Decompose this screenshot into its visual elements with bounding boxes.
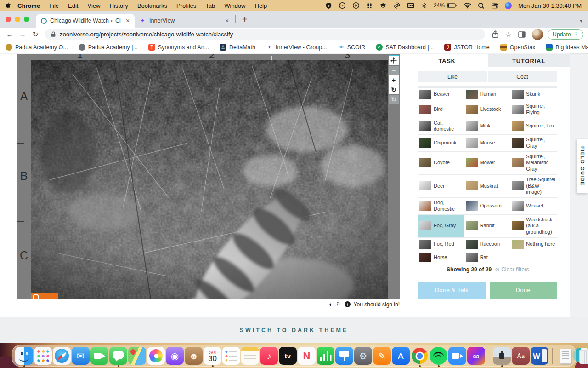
- dock-adobe-cc[interactable]: ∞: [467, 347, 485, 365]
- choice-cat-domestic[interactable]: Cat, domestic: [418, 118, 464, 135]
- choice-weasel[interactable]: Weasel: [510, 198, 557, 215]
- menu-file[interactable]: File: [45, 2, 63, 9]
- choice-rabbit[interactable]: Rabbit: [464, 215, 511, 238]
- bookmark-synonyms-and-an[interactable]: TSynonyms and An...: [148, 44, 209, 51]
- done-button[interactable]: Done: [490, 282, 557, 299]
- choice-squirrel-flying[interactable]: Squirrel, Flying: [510, 101, 557, 118]
- status-wifi-icon[interactable]: [464, 2, 471, 9]
- dock-maps[interactable]: [128, 347, 146, 365]
- filter-coat-button[interactable]: Coat: [488, 71, 557, 82]
- menu-view[interactable]: View: [83, 2, 105, 9]
- choice-fox-red[interactable]: Fox, Red: [418, 238, 464, 251]
- choice-woodchuck-a-k-a-groundhog[interactable]: Woodchuck (a.k.a groundhog): [510, 215, 557, 238]
- filter-like-button[interactable]: Like: [418, 71, 487, 82]
- menu-tab[interactable]: Tab: [201, 2, 220, 9]
- status-window-switcher-icon[interactable]: [407, 2, 414, 9]
- choice-fox-gray[interactable]: Fox, Gray: [418, 215, 464, 238]
- menu-bar-clock[interactable]: Mon Jan 30 1:39:40 PM: [518, 2, 582, 9]
- dock-facetime[interactable]: [90, 347, 108, 365]
- choice-mouse[interactable]: Mouse: [464, 135, 511, 152]
- dock-safari[interactable]: [53, 347, 71, 365]
- dock-calendar[interactable]: JAN30: [204, 347, 221, 365]
- dock-docx-stack[interactable]: [556, 347, 574, 365]
- clear-filters-link[interactable]: ⊘ Clear filters: [495, 266, 529, 273]
- close-window-button[interactable]: [6, 17, 11, 22]
- viewer-zoom-in-button[interactable]: +: [389, 75, 399, 85]
- dock-messages[interactable]: [109, 347, 127, 365]
- reload-button[interactable]: ↻: [30, 30, 40, 39]
- status-siri-icon[interactable]: [505, 2, 512, 9]
- dock-podcasts[interactable]: ◉: [166, 347, 184, 365]
- forward-button[interactable]: →: [17, 30, 28, 38]
- zoom-window-button[interactable]: [24, 17, 29, 22]
- bookmark-padua-academy-o[interactable]: Padua Academy O...: [6, 44, 68, 51]
- menu-profiles[interactable]: Profiles: [172, 2, 201, 9]
- dock-contacts[interactable]: ☻: [185, 347, 203, 365]
- menu-window[interactable]: Window: [220, 2, 250, 9]
- dock-news[interactable]: N: [298, 347, 316, 365]
- share-icon[interactable]: [490, 30, 501, 38]
- bookmark-star-icon[interactable]: ☆: [503, 30, 513, 39]
- choice-mower[interactable]: Mower: [464, 152, 511, 175]
- bookmark-innerview-group[interactable]: ✦InnerView - Group...: [266, 44, 327, 51]
- camera-trap-photo[interactable]: [31, 60, 388, 299]
- flag-icon[interactable]: ⚐: [336, 301, 341, 308]
- status-spotlight-icon[interactable]: [478, 2, 485, 9]
- update-button[interactable]: Update ⋮: [548, 29, 583, 40]
- dock-trash[interactable]: [575, 347, 588, 365]
- dock-apple-tv[interactable]: tv: [279, 347, 297, 365]
- choice-squirrel-gray[interactable]: Squirrel, Gray: [510, 135, 557, 152]
- bookmark-scoir[interactable]: coSCOIR: [338, 44, 366, 51]
- bookmark-openstax[interactable]: OpenStax: [500, 44, 536, 51]
- choice-livestock[interactable]: Livestock: [464, 101, 511, 118]
- done-and-talk-button[interactable]: Done & Talk: [418, 282, 486, 299]
- viewer-reset-button[interactable]: ↻: [389, 95, 399, 104]
- bookmark-deltamath[interactable]: ΔDeltaMath: [220, 44, 255, 51]
- field-guide-tab[interactable]: FIELD GUIDE: [577, 139, 588, 193]
- dock-pages[interactable]: ✎: [373, 347, 391, 365]
- dock-photos[interactable]: [147, 347, 165, 365]
- dock-settings[interactable]: ⚙: [354, 347, 372, 365]
- dock-launchpad[interactable]: [34, 347, 52, 365]
- dock-music[interactable]: ♪: [260, 347, 278, 365]
- tab-tutorial[interactable]: TUTORIAL: [488, 54, 570, 67]
- dock-spotify[interactable]: [430, 347, 447, 365]
- status-fingerprint-icon[interactable]: [393, 2, 401, 9]
- chevron-down-icon[interactable]: ▾: [580, 17, 582, 24]
- choice-human[interactable]: Human: [464, 88, 511, 101]
- choice-chipmunk[interactable]: Chipmunk: [418, 135, 464, 152]
- viewer-rotate-button[interactable]: ↻: [389, 85, 399, 94]
- menu-history[interactable]: History: [105, 2, 132, 9]
- choice-coyote[interactable]: Coyote: [418, 152, 464, 175]
- status-creative-cloud-icon[interactable]: cc: [339, 2, 346, 9]
- sidebar-icon[interactable]: [516, 31, 527, 38]
- choice-deer[interactable]: Deer: [418, 175, 464, 198]
- minimize-window-button[interactable]: [15, 17, 20, 22]
- info-icon[interactable]: i: [345, 301, 351, 307]
- tab-chicago-wildlife-watch[interactable]: Chicago Wildlife Watch » Class ×: [36, 14, 135, 28]
- new-tab-button[interactable]: +: [237, 14, 253, 25]
- tab-innerview[interactable]: ✦ InnerView ×: [135, 14, 234, 28]
- dock-dictionary[interactable]: Aa: [512, 347, 530, 365]
- dock-stocks[interactable]: [317, 347, 334, 365]
- status-password-shield-icon[interactable]: 5: [325, 2, 332, 9]
- menu-edit[interactable]: Edit: [63, 2, 83, 9]
- choice-rat[interactable]: Rat: [464, 251, 511, 264]
- viewer-pan-button[interactable]: [389, 56, 399, 65]
- dock-finder[interactable]: [15, 347, 33, 365]
- status-battery-icon[interactable]: 24%: [434, 2, 457, 9]
- status-bluetooth-icon[interactable]: [421, 2, 427, 9]
- back-button[interactable]: ←: [5, 30, 15, 38]
- tab-task[interactable]: TASK: [406, 54, 488, 67]
- choice-dog-domestic[interactable]: Dog, Domestic: [418, 198, 464, 215]
- bookmark-padua-academy[interactable]: Padua Academy |...: [79, 44, 138, 51]
- choice-squirrel-fox[interactable]: Squirrel, Fox: [510, 118, 557, 135]
- menu-help[interactable]: Help: [250, 2, 272, 9]
- status-airpods-icon[interactable]: [366, 2, 373, 9]
- dock-word[interactable]: W: [531, 347, 548, 365]
- menu-bookmarks[interactable]: Bookmarks: [133, 2, 172, 9]
- close-tab-icon[interactable]: ×: [223, 17, 231, 24]
- apple-logo-icon[interactable]: [5, 2, 11, 9]
- choice-tree-squirrel-b-w-image[interactable]: Tree Squirrel (B&W image): [510, 175, 557, 198]
- invert-colors-icon[interactable]: ◐: [329, 301, 333, 308]
